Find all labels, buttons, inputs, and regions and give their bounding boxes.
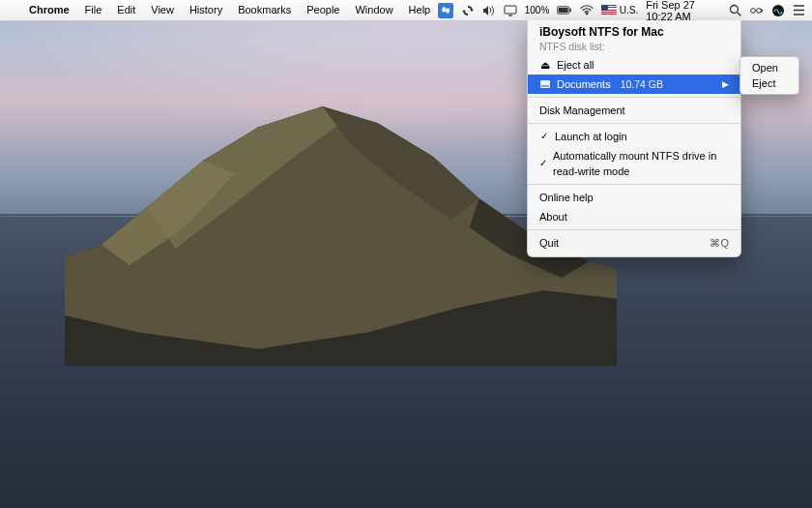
auto-mount-label: Automatically mount NTFS drive in read-w… xyxy=(553,148,729,179)
separator xyxy=(528,97,740,98)
separator xyxy=(528,123,740,124)
svg-rect-0 xyxy=(505,6,516,14)
svg-point-4 xyxy=(731,6,739,14)
menubar-clock[interactable]: Fri Sep 27 10:22 AM xyxy=(646,0,721,22)
input-source-label: U.S. xyxy=(620,5,638,15)
eject-icon: ⏏ xyxy=(539,57,551,73)
display-icon[interactable] xyxy=(504,4,517,17)
menu-help[interactable]: Help xyxy=(401,0,439,20)
svg-rect-3 xyxy=(569,9,571,13)
siri-icon[interactable] xyxy=(771,4,785,17)
menu-view[interactable]: View xyxy=(143,0,182,20)
menu-bookmarks[interactable]: Bookmarks xyxy=(230,0,299,20)
disk-name: Documents xyxy=(557,76,611,92)
submenu-eject[interactable]: Eject xyxy=(740,75,798,91)
volume-icon[interactable] xyxy=(482,4,496,17)
online-help-label: Online help xyxy=(539,190,594,205)
disk-size: 10.74 GB xyxy=(621,76,663,92)
iboysoft-dropdown: iBoysoft NTFS for Mac NTFS disk list: ⏏ … xyxy=(527,20,741,257)
iboysoft-menu-icon[interactable]: ⇆ xyxy=(438,3,453,18)
quit-label: Quit xyxy=(539,235,559,251)
about-label: About xyxy=(539,209,567,224)
disk-icon xyxy=(539,78,551,90)
menu-file[interactable]: File xyxy=(77,0,110,20)
menu-edit[interactable]: Edit xyxy=(109,0,143,20)
launch-at-login-item[interactable]: ✓ Launch at login xyxy=(528,127,740,146)
submenu-open[interactable]: Open xyxy=(740,60,798,75)
check-icon: ✓ xyxy=(539,129,549,144)
input-source[interactable]: U.S. xyxy=(601,5,638,15)
notification-center-icon[interactable] xyxy=(793,4,806,17)
disk-submenu: Open Eject xyxy=(740,56,799,95)
disk-item-documents[interactable]: Documents 10.74 GB ▶ xyxy=(528,75,740,94)
dropdown-title: iBoysoft NTFS for Mac xyxy=(528,20,740,41)
submenu-arrow-icon: ▶ xyxy=(722,76,729,92)
svg-rect-2 xyxy=(559,8,568,13)
battery-full-charging-icon[interactable] xyxy=(557,4,572,17)
launch-at-login-label: Launch at login xyxy=(555,129,627,144)
app-menu[interactable]: Chrome xyxy=(21,0,77,20)
disk-management-label: Disk Management xyxy=(539,103,729,118)
disk-list-label: NTFS disk list: xyxy=(528,41,740,55)
spotlight-icon[interactable] xyxy=(729,4,742,17)
eject-all-item[interactable]: ⏏ Eject all xyxy=(528,55,740,75)
us-flag-icon xyxy=(601,5,617,15)
disk-management-item[interactable]: Disk Management xyxy=(528,101,740,120)
eject-all-label: Eject all xyxy=(557,57,594,73)
about-item[interactable]: About xyxy=(528,207,740,226)
control-strip-icon[interactable] xyxy=(750,4,764,17)
separator xyxy=(528,184,740,185)
menu-window[interactable]: Window xyxy=(347,0,400,20)
svg-point-6 xyxy=(757,8,762,13)
menu-history[interactable]: History xyxy=(182,0,230,20)
wifi-icon[interactable] xyxy=(580,4,594,17)
svg-point-5 xyxy=(751,8,756,13)
quit-shortcut: ⌘Q xyxy=(710,235,729,251)
sync-icon[interactable] xyxy=(461,4,475,17)
auto-mount-item[interactable]: ✓ Automatically mount NTFS drive in read… xyxy=(528,146,740,181)
check-icon: ✓ xyxy=(539,156,547,171)
battery-percentage: 100% xyxy=(525,5,550,15)
quit-item[interactable]: Quit ⌘Q xyxy=(528,233,740,253)
svg-rect-9 xyxy=(541,85,549,87)
menu-people[interactable]: People xyxy=(299,0,347,20)
online-help-item[interactable]: Online help xyxy=(528,188,740,207)
menubar: Chrome File Edit View History Bookmarks … xyxy=(0,0,812,21)
separator xyxy=(528,229,740,230)
